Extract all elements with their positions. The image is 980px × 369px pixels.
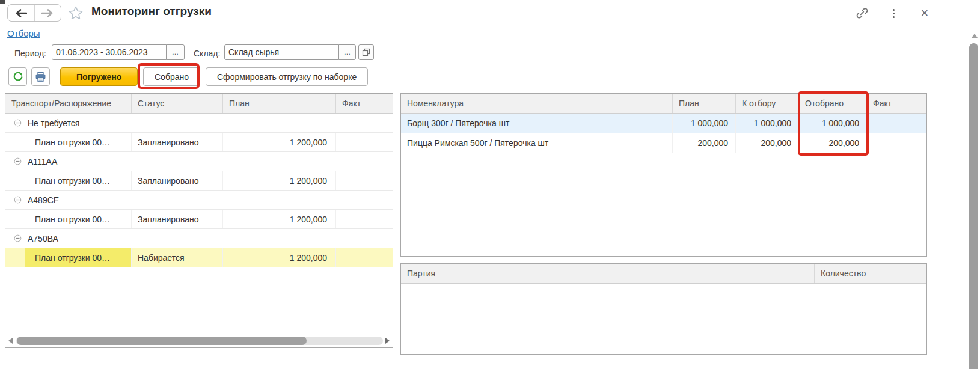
group-label: А750ВА	[28, 234, 58, 243]
group-cell: Не требуется	[5, 114, 393, 132]
get-link-icon[interactable]	[855, 6, 869, 20]
batch-table-panel: Партия Количество	[400, 263, 927, 355]
vertical-scrollbar-thumb[interactable]	[969, 43, 978, 369]
cell-picked: 1 000,000	[799, 114, 867, 133]
period-more-button[interactable]: ...	[166, 44, 185, 60]
loaded-button[interactable]: Погружено	[60, 67, 138, 86]
cell-fact	[336, 210, 393, 228]
cell-fact	[867, 133, 926, 153]
transport-item-row[interactable]: План отгрузки 00…Запланировано1 200,000	[5, 210, 393, 229]
cell-fact	[336, 171, 393, 190]
print-button[interactable]	[31, 67, 50, 86]
page-title: Мониторинг отгрузки	[91, 5, 212, 18]
refresh-button[interactable]	[8, 67, 27, 86]
column-header-fact[interactable]: Факт	[867, 94, 926, 113]
cell-document: План отгрузки 00…	[5, 248, 132, 267]
cell-document: План отгрузки 00…	[5, 210, 132, 228]
period-input[interactable]	[52, 44, 167, 60]
nomenclature-row[interactable]: Борщ 300г / Пятерочка шт1 000,0001 000,0…	[401, 114, 926, 133]
transport-group-row[interactable]: А111АА	[5, 152, 393, 171]
cell-picked: 200,000	[799, 133, 867, 153]
cell-document: План отгрузки 00…	[5, 133, 132, 151]
screenshot-artifact	[0, 0, 5, 4]
collapse-icon[interactable]	[14, 157, 22, 165]
collapse-icon[interactable]	[14, 119, 22, 127]
transport-item-row[interactable]: План отгрузки 00…Набирается1 200,000	[5, 248, 393, 267]
cell-plan: 1 000,000	[673, 114, 736, 133]
scroll-up-icon[interactable]	[972, 34, 978, 38]
batch-table-header: Партия Количество	[401, 264, 926, 284]
cell-plan: 1 200,000	[223, 133, 336, 151]
panel-splitter[interactable]	[397, 93, 397, 355]
cell-nomenclature: Пицца Римская 500г / Пятерочка шт	[401, 133, 673, 153]
nomenclature-table-panel: Номенклатура План К отбору Отобрано Факт…	[400, 93, 927, 257]
collapse-icon[interactable]	[14, 234, 22, 242]
scrollbar-thumb[interactable]	[17, 337, 307, 345]
warehouse-open-button[interactable]	[358, 44, 374, 60]
forward-arrow-icon	[41, 9, 54, 17]
scrollbar-track[interactable]	[16, 337, 383, 345]
navigation-buttons	[7, 4, 61, 22]
group-cell: А489СЕ	[5, 191, 393, 209]
group-label: Не требуется	[28, 118, 79, 128]
transport-table-body: Не требуетсяПлан отгрузки 00…Запланирова…	[5, 114, 393, 267]
collected-button[interactable]: Собрано	[143, 67, 200, 86]
cell-to-pick: 200,000	[736, 133, 799, 153]
cell-fact	[336, 133, 393, 151]
form-shipment-button[interactable]: Сформировать отгрузку по наборке	[206, 67, 368, 86]
back-button[interactable]	[8, 5, 34, 21]
group-label: А111АА	[28, 157, 57, 166]
cell-fact	[336, 248, 393, 267]
warehouse-input[interactable]	[224, 44, 339, 60]
cell-fact	[867, 114, 926, 133]
open-icon	[362, 48, 370, 56]
close-icon[interactable]: ×	[917, 6, 932, 20]
column-header-quantity[interactable]: Количество	[815, 264, 926, 283]
forward-button[interactable]	[34, 5, 61, 21]
nomenclature-row[interactable]: Пицца Римская 500г / Пятерочка шт200,000…	[401, 133, 926, 153]
shipment-monitoring-window: Мониторинг отгрузки × Отборы Период: ...…	[0, 0, 980, 369]
refresh-icon	[13, 72, 23, 82]
cell-plan: 200,000	[673, 133, 736, 153]
nomenclature-table-body: Борщ 300г / Пятерочка шт1 000,0001 000,0…	[401, 114, 926, 153]
scroll-left-icon[interactable]	[8, 338, 13, 344]
cell-plan: 1 200,000	[223, 248, 336, 267]
column-header-plan[interactable]: План	[673, 94, 736, 113]
cell-status: Запланировано	[132, 133, 223, 151]
column-header-to-pick[interactable]: К отбору	[736, 94, 799, 113]
collapse-icon[interactable]	[14, 196, 22, 204]
back-arrow-icon	[15, 9, 27, 17]
column-header-status[interactable]: Статус	[132, 94, 223, 113]
favorite-star-icon[interactable]	[67, 5, 84, 22]
cell-plan: 1 200,000	[223, 171, 336, 190]
transport-group-row[interactable]: А750ВА	[5, 229, 393, 248]
transport-table-header: Транспорт/Распоряжение Статус План Факт	[5, 94, 393, 114]
cell-to-pick: 1 000,000	[736, 114, 799, 133]
warehouse-more-button[interactable]: ...	[338, 44, 356, 60]
column-header-transport[interactable]: Транспорт/Распоряжение	[5, 94, 132, 113]
horizontal-scrollbar[interactable]	[8, 336, 390, 346]
column-header-picked[interactable]: Отобрано	[799, 94, 867, 113]
nomenclature-table-header: Номенклатура План К отбору Отобрано Факт	[401, 94, 926, 114]
filters-link[interactable]: Отборы	[7, 28, 40, 38]
warehouse-label: Склад:	[194, 49, 220, 58]
column-header-batch[interactable]: Партия	[401, 264, 815, 283]
transport-group-row[interactable]: А489СЕ	[5, 191, 393, 210]
column-header-nomenclature[interactable]: Номенклатура	[401, 94, 673, 113]
column-header-fact[interactable]: Факт	[336, 94, 393, 113]
cell-status: Запланировано	[132, 171, 223, 190]
group-label: А489СЕ	[28, 195, 59, 205]
cell-nomenclature: Борщ 300г / Пятерочка шт	[401, 114, 673, 133]
group-cell: А750ВА	[5, 229, 393, 248]
transport-item-row[interactable]: План отгрузки 00…Запланировано1 200,000	[5, 133, 393, 152]
vertical-ellipsis	[893, 9, 895, 18]
cell-document: План отгрузки 00…	[5, 171, 132, 190]
column-header-plan[interactable]: План	[223, 94, 336, 113]
cell-status: Набирается	[132, 248, 223, 267]
more-menu-icon[interactable]	[886, 6, 901, 20]
transport-table-panel: Транспорт/Распоряжение Статус План Факт …	[5, 93, 393, 348]
transport-item-row[interactable]: План отгрузки 00…Запланировано1 200,000	[5, 171, 393, 191]
scroll-right-icon[interactable]	[385, 338, 390, 344]
transport-group-row[interactable]: Не требуется	[5, 114, 393, 133]
printer-icon	[35, 72, 46, 82]
